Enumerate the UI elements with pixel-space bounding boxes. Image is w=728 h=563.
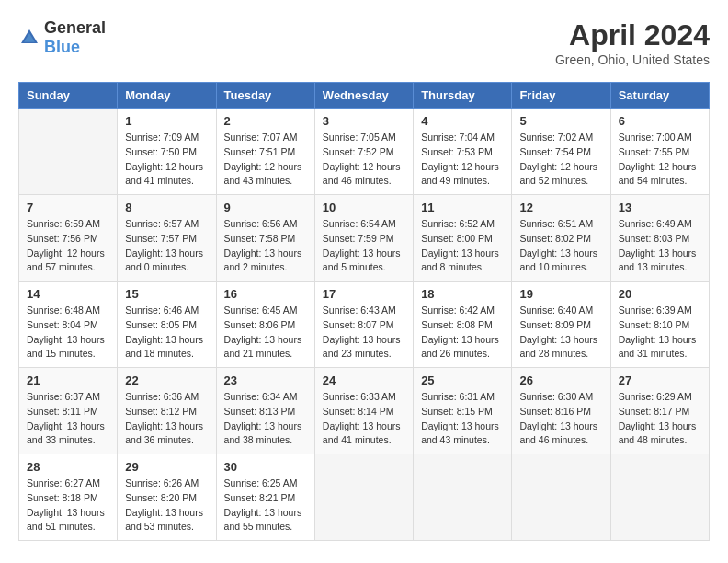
calendar-cell: 28Sunrise: 6:27 AMSunset: 8:18 PMDayligh… (19, 454, 118, 541)
calendar-cell: 27Sunrise: 6:29 AMSunset: 8:17 PMDayligh… (610, 368, 709, 454)
day-info: Sunrise: 6:25 AMSunset: 8:21 PMDaylight:… (224, 477, 307, 534)
logo-text-general: General (44, 18, 106, 37)
day-number: 25 (421, 373, 504, 387)
column-header-friday: Friday (512, 83, 610, 109)
calendar-cell: 5Sunrise: 7:02 AMSunset: 7:54 PMDaylight… (512, 109, 610, 195)
column-header-sunday: Sunday (19, 83, 118, 109)
day-number: 19 (519, 287, 602, 301)
day-number: 16 (224, 287, 307, 301)
day-number: 17 (323, 287, 405, 301)
day-number: 28 (27, 460, 109, 474)
day-number: 6 (619, 114, 701, 128)
calendar-cell (610, 454, 709, 541)
day-info: Sunrise: 7:09 AMSunset: 7:50 PMDaylight:… (125, 131, 208, 189)
week-row-2: 7Sunrise: 6:59 AMSunset: 7:56 PMDaylight… (19, 195, 710, 282)
calendar-cell: 8Sunrise: 6:57 AMSunset: 7:57 PMDaylight… (118, 195, 216, 282)
day-info: Sunrise: 6:54 AMSunset: 7:59 PMDaylight:… (323, 217, 405, 275)
day-info: Sunrise: 6:56 AMSunset: 7:58 PMDaylight:… (224, 217, 307, 275)
day-number: 9 (224, 201, 307, 214)
day-number: 5 (519, 114, 602, 128)
calendar-cell (314, 454, 413, 541)
day-info: Sunrise: 7:04 AMSunset: 7:53 PMDaylight:… (421, 131, 504, 189)
day-number: 24 (323, 373, 405, 387)
calendar-cell: 29Sunrise: 6:26 AMSunset: 8:20 PMDayligh… (118, 454, 216, 541)
logo-icon (18, 27, 40, 49)
page-header: General Blue April 2024 Green, Ohio, Uni… (18, 18, 710, 67)
calendar-cell: 12Sunrise: 6:51 AMSunset: 8:02 PMDayligh… (512, 195, 610, 282)
day-info: Sunrise: 6:51 AMSunset: 8:02 PMDaylight:… (519, 217, 602, 275)
day-info: Sunrise: 7:05 AMSunset: 7:52 PMDaylight:… (323, 131, 405, 189)
column-header-thursday: Thursday (414, 83, 512, 109)
calendar-cell: 24Sunrise: 6:33 AMSunset: 8:14 PMDayligh… (314, 368, 413, 454)
day-info: Sunrise: 7:02 AMSunset: 7:54 PMDaylight:… (519, 131, 602, 189)
calendar-cell: 20Sunrise: 6:39 AMSunset: 8:10 PMDayligh… (610, 282, 709, 368)
day-number: 13 (619, 201, 701, 214)
calendar-cell (512, 454, 610, 541)
day-number: 21 (27, 373, 109, 387)
calendar-location: Green, Ohio, United States (555, 52, 710, 67)
day-info: Sunrise: 6:29 AMSunset: 8:17 PMDaylight:… (619, 390, 701, 448)
calendar-cell: 17Sunrise: 6:43 AMSunset: 8:07 PMDayligh… (314, 282, 413, 368)
day-number: 18 (421, 287, 504, 301)
logo-text-blue: Blue (44, 38, 80, 56)
day-number: 20 (619, 287, 701, 301)
day-info: Sunrise: 6:40 AMSunset: 8:09 PMDaylight:… (519, 304, 602, 362)
week-row-1: 1Sunrise: 7:09 AMSunset: 7:50 PMDaylight… (19, 109, 710, 195)
calendar-table: SundayMondayTuesdayWednesdayThursdayFrid… (18, 82, 710, 541)
calendar-cell: 4Sunrise: 7:04 AMSunset: 7:53 PMDaylight… (414, 109, 512, 195)
day-info: Sunrise: 6:31 AMSunset: 8:15 PMDaylight:… (421, 390, 504, 448)
week-row-3: 14Sunrise: 6:48 AMSunset: 8:04 PMDayligh… (19, 282, 710, 368)
day-number: 14 (27, 287, 109, 301)
day-info: Sunrise: 6:27 AMSunset: 8:18 PMDaylight:… (27, 477, 109, 534)
calendar-cell: 21Sunrise: 6:37 AMSunset: 8:11 PMDayligh… (19, 368, 118, 454)
week-row-4: 21Sunrise: 6:37 AMSunset: 8:11 PMDayligh… (19, 368, 710, 454)
day-info: Sunrise: 6:34 AMSunset: 8:13 PMDaylight:… (224, 390, 307, 448)
calendar-cell: 25Sunrise: 6:31 AMSunset: 8:15 PMDayligh… (414, 368, 512, 454)
day-info: Sunrise: 6:42 AMSunset: 8:08 PMDaylight:… (421, 304, 504, 362)
day-info: Sunrise: 6:39 AMSunset: 8:10 PMDaylight:… (619, 304, 701, 362)
day-number: 26 (519, 373, 602, 387)
day-number: 8 (125, 201, 208, 214)
title-area: April 2024 Green, Ohio, United States (555, 18, 710, 67)
day-info: Sunrise: 7:07 AMSunset: 7:51 PMDaylight:… (224, 131, 307, 189)
column-header-monday: Monday (118, 83, 216, 109)
day-number: 27 (619, 373, 701, 387)
calendar-cell: 2Sunrise: 7:07 AMSunset: 7:51 PMDaylight… (216, 109, 314, 195)
calendar-cell: 18Sunrise: 6:42 AMSunset: 8:08 PMDayligh… (414, 282, 512, 368)
calendar-cell: 19Sunrise: 6:40 AMSunset: 8:09 PMDayligh… (512, 282, 610, 368)
day-info: Sunrise: 6:33 AMSunset: 8:14 PMDaylight:… (323, 390, 405, 448)
day-info: Sunrise: 6:45 AMSunset: 8:06 PMDaylight:… (224, 304, 307, 362)
day-number: 15 (125, 287, 208, 301)
calendar-cell: 7Sunrise: 6:59 AMSunset: 7:56 PMDaylight… (19, 195, 118, 282)
day-number: 7 (27, 201, 109, 214)
day-info: Sunrise: 6:26 AMSunset: 8:20 PMDaylight:… (125, 477, 208, 534)
day-info: Sunrise: 6:43 AMSunset: 8:07 PMDaylight:… (323, 304, 405, 362)
calendar-cell: 15Sunrise: 6:46 AMSunset: 8:05 PMDayligh… (118, 282, 216, 368)
calendar-cell: 26Sunrise: 6:30 AMSunset: 8:16 PMDayligh… (512, 368, 610, 454)
day-info: Sunrise: 6:37 AMSunset: 8:11 PMDaylight:… (27, 390, 109, 448)
day-info: Sunrise: 6:46 AMSunset: 8:05 PMDaylight:… (125, 304, 208, 362)
day-number: 23 (224, 373, 307, 387)
calendar-cell: 23Sunrise: 6:34 AMSunset: 8:13 PMDayligh… (216, 368, 314, 454)
day-number: 22 (125, 373, 208, 387)
calendar-cell: 3Sunrise: 7:05 AMSunset: 7:52 PMDaylight… (314, 109, 413, 195)
calendar-cell: 9Sunrise: 6:56 AMSunset: 7:58 PMDaylight… (216, 195, 314, 282)
week-row-5: 28Sunrise: 6:27 AMSunset: 8:18 PMDayligh… (19, 454, 710, 541)
calendar-header-row: SundayMondayTuesdayWednesdayThursdayFrid… (19, 83, 710, 109)
calendar-cell: 10Sunrise: 6:54 AMSunset: 7:59 PMDayligh… (314, 195, 413, 282)
day-info: Sunrise: 6:59 AMSunset: 7:56 PMDaylight:… (27, 217, 109, 275)
calendar-cell (414, 454, 512, 541)
day-info: Sunrise: 6:57 AMSunset: 7:57 PMDaylight:… (125, 217, 208, 275)
logo: General Blue (18, 18, 106, 57)
day-number: 30 (224, 460, 307, 474)
day-info: Sunrise: 6:49 AMSunset: 8:03 PMDaylight:… (619, 217, 701, 275)
calendar-cell: 16Sunrise: 6:45 AMSunset: 8:06 PMDayligh… (216, 282, 314, 368)
day-number: 11 (421, 201, 504, 214)
column-header-wednesday: Wednesday (314, 83, 413, 109)
day-info: Sunrise: 6:52 AMSunset: 8:00 PMDaylight:… (421, 217, 504, 275)
calendar-cell: 13Sunrise: 6:49 AMSunset: 8:03 PMDayligh… (610, 195, 709, 282)
calendar-cell: 6Sunrise: 7:00 AMSunset: 7:55 PMDaylight… (610, 109, 709, 195)
calendar-cell: 30Sunrise: 6:25 AMSunset: 8:21 PMDayligh… (216, 454, 314, 541)
day-number: 29 (125, 460, 208, 474)
column-header-saturday: Saturday (610, 83, 709, 109)
